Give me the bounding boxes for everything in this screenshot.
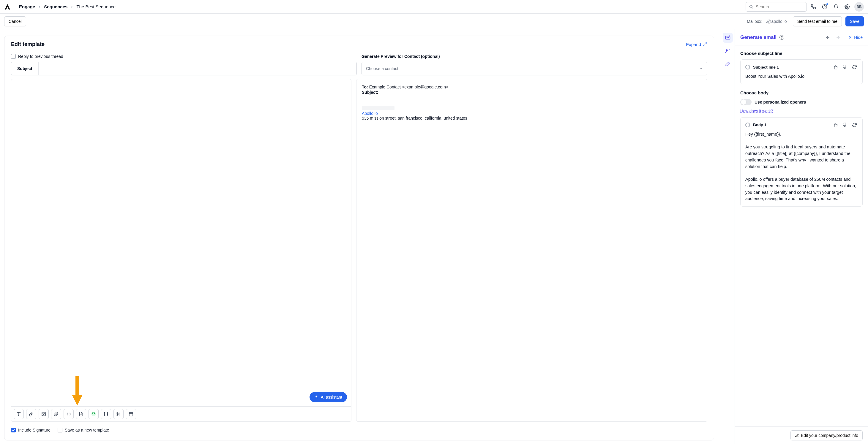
mailbox-value: .@apollo.io bbox=[766, 19, 786, 24]
edit-company-label: Edit your company/product info bbox=[801, 433, 858, 438]
search-input[interactable] bbox=[756, 4, 804, 9]
preview-to-value: Example Contact <example@google.com> bbox=[369, 84, 448, 89]
regenerate-button[interactable] bbox=[851, 64, 858, 70]
breadcrumb-sequences[interactable]: Sequences bbox=[44, 4, 67, 9]
edit-company-info-button[interactable]: Edit your company/product info bbox=[790, 430, 863, 440]
sparkle-icon bbox=[314, 395, 318, 399]
save-button[interactable]: Save bbox=[845, 16, 864, 26]
expand-button[interactable]: Expand bbox=[686, 42, 707, 47]
close-icon bbox=[848, 35, 852, 39]
body1-text: Hey {{first_name}}, Are you struggling t… bbox=[745, 131, 858, 202]
signature-address: 535 mission street, san francisco, calif… bbox=[362, 116, 702, 121]
choose-contact-select[interactable]: Choose a contact bbox=[362, 62, 707, 75]
svg-point-8 bbox=[315, 398, 315, 398]
thumbs-down-button[interactable] bbox=[842, 122, 848, 128]
cancel-button[interactable]: Cancel bbox=[4, 16, 26, 26]
preview-subject-label: Subject: bbox=[362, 90, 378, 95]
svg-point-16 bbox=[92, 413, 93, 414]
subject-field[interactable]: Subject bbox=[11, 62, 357, 75]
personalized-openers-toggle[interactable] bbox=[740, 99, 751, 105]
body1-radio[interactable] bbox=[745, 123, 750, 127]
attach-file-button[interactable] bbox=[51, 409, 61, 419]
rail-personalize-button[interactable] bbox=[723, 46, 733, 56]
edit-template-card: Edit template Expand Reply to previous t… bbox=[4, 36, 714, 440]
hide-panel-button[interactable]: Hide bbox=[848, 35, 863, 40]
send-test-email-button[interactable]: Send test email to me bbox=[793, 16, 842, 26]
generate-preview-label: Generate Preview for Contact (optional) bbox=[362, 53, 707, 62]
chevron-right-icon bbox=[70, 5, 73, 8]
avatar[interactable]: BB bbox=[854, 2, 864, 11]
side-rail bbox=[721, 29, 735, 444]
body1-name: Body 1 bbox=[753, 123, 766, 127]
mailbox-label: Mailbox: bbox=[747, 19, 762, 24]
choose-subject-label: Choose subject line bbox=[740, 51, 863, 56]
insert-image-button[interactable] bbox=[39, 409, 49, 419]
email-preview: To: Example Contact <example@google.com>… bbox=[356, 79, 707, 422]
rail-magic-button[interactable] bbox=[723, 59, 733, 69]
search-icon bbox=[749, 4, 753, 9]
hide-label: Hide bbox=[854, 35, 863, 40]
subject-suggestion-card: Subject line 1 Boost Your Sales with Apo… bbox=[740, 59, 863, 84]
subject1-name: Subject line 1 bbox=[753, 65, 779, 69]
expand-label: Expand bbox=[686, 42, 701, 47]
svg-point-17 bbox=[94, 413, 95, 414]
ai-assistant-button[interactable]: AI assistant bbox=[310, 392, 347, 402]
next-suggestion-button[interactable] bbox=[834, 34, 842, 41]
breadcrumb-engage[interactable]: Engage bbox=[19, 4, 35, 9]
subject-label: Subject bbox=[11, 62, 39, 75]
apollo-logo[interactable] bbox=[4, 4, 11, 10]
regenerate-button[interactable] bbox=[851, 122, 858, 128]
rail-generate-email-button[interactable] bbox=[723, 33, 733, 43]
body-suggestion-card: Body 1 Hey {{first_name}}, Are you strug… bbox=[740, 117, 863, 207]
prev-suggestion-button[interactable] bbox=[824, 34, 832, 41]
insert-link-button[interactable] bbox=[26, 409, 36, 419]
dialer-button[interactable] bbox=[809, 2, 818, 11]
breadcrumb-current: The Best Sequence bbox=[76, 4, 116, 9]
svg-point-4 bbox=[847, 6, 848, 7]
help-icon[interactable]: ? bbox=[779, 35, 784, 40]
insert-template-button[interactable] bbox=[76, 409, 86, 419]
choose-body-label: Choose body bbox=[740, 90, 863, 95]
svg-rect-25 bbox=[129, 413, 133, 416]
svg-point-12 bbox=[43, 413, 43, 414]
page-title: Edit template bbox=[11, 41, 44, 47]
email-body-input[interactable]: AI assistant bbox=[11, 79, 351, 406]
insert-meeting-button[interactable] bbox=[126, 409, 136, 419]
svg-line-20 bbox=[94, 412, 95, 413]
insert-snippet-button[interactable] bbox=[114, 409, 124, 419]
subject1-text: Boost Your Sales with Apollo.io bbox=[745, 73, 858, 80]
save-new-template-label: Save as a new template bbox=[65, 428, 109, 433]
signature-link[interactable]: Apollo.io bbox=[362, 111, 378, 116]
generate-email-title: Generate email bbox=[740, 34, 776, 40]
signature-name-placeholder bbox=[362, 106, 395, 110]
settings-button[interactable] bbox=[842, 2, 852, 11]
svg-point-7 bbox=[317, 398, 318, 398]
subject1-radio[interactable] bbox=[745, 65, 750, 69]
vidyard-button[interactable] bbox=[89, 409, 99, 419]
insert-variable-button[interactable] bbox=[101, 409, 111, 419]
personalized-openers-label: Use personalized openers bbox=[754, 100, 806, 104]
svg-point-33 bbox=[726, 49, 728, 51]
save-new-template-checkbox[interactable] bbox=[58, 428, 62, 433]
global-search[interactable] bbox=[746, 2, 807, 11]
include-signature-checkbox[interactable] bbox=[11, 428, 16, 433]
help-button[interactable] bbox=[820, 2, 829, 11]
thumbs-up-button[interactable] bbox=[832, 64, 839, 70]
svg-line-19 bbox=[92, 412, 93, 413]
how-does-it-work-link[interactable]: How does it work? bbox=[740, 109, 773, 113]
subject-input[interactable] bbox=[39, 62, 356, 75]
svg-point-0 bbox=[750, 5, 752, 8]
chevron-right-icon bbox=[38, 5, 41, 8]
notifications-button[interactable] bbox=[831, 2, 841, 11]
include-signature-label: Include Signature bbox=[18, 428, 51, 433]
reply-previous-label: Reply to previous thread bbox=[18, 54, 63, 59]
text-format-button[interactable] bbox=[14, 409, 24, 419]
pencil-icon bbox=[795, 433, 799, 438]
reply-previous-checkbox[interactable] bbox=[11, 54, 16, 59]
thumbs-down-button[interactable] bbox=[842, 64, 848, 70]
email-editor: AI assistant bbox=[11, 79, 351, 422]
ai-assistant-label: AI assistant bbox=[321, 395, 342, 400]
code-button[interactable] bbox=[64, 409, 74, 419]
thumbs-up-button[interactable] bbox=[832, 122, 839, 128]
preview-to-label: To: bbox=[362, 84, 368, 89]
